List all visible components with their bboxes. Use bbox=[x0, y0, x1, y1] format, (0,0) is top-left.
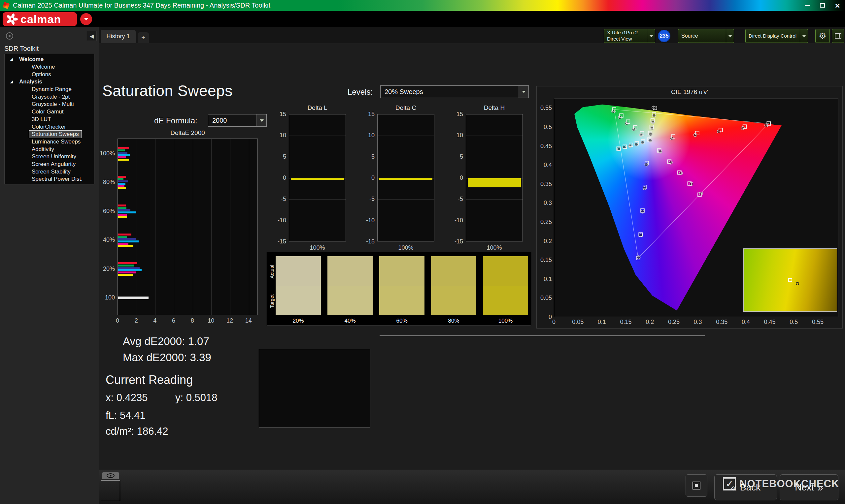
back-label: Back bbox=[740, 482, 760, 493]
chevron-down-icon bbox=[84, 18, 88, 20]
maximize-icon bbox=[820, 3, 825, 7]
minimize-button[interactable] bbox=[799, 0, 815, 11]
next-label: Next bbox=[795, 482, 814, 493]
current-patch-swatch[interactable] bbox=[101, 480, 120, 501]
sidebar-item-3d-lut[interactable]: 3D LUT bbox=[5, 116, 94, 123]
layout-panel-button[interactable] bbox=[832, 29, 844, 43]
sidebar-item-label: Screen Angularity bbox=[29, 161, 78, 168]
sidebar-item-spectral-power-dist[interactable]: Spectral Power Dist. bbox=[5, 176, 94, 183]
x-tick-label: 10 bbox=[206, 317, 216, 324]
deltae2000-plot bbox=[118, 139, 258, 315]
bar bbox=[118, 176, 126, 178]
sidebar-item-grayscale-2pt[interactable]: Grayscale - 2pt bbox=[5, 93, 94, 101]
sidebar-item-label: Color Gamut bbox=[29, 108, 66, 115]
sidebar-item-color-gamut[interactable]: Color Gamut bbox=[5, 108, 94, 116]
de-formula-label: dE Formula: bbox=[154, 116, 197, 125]
meter-count-badge: 235 bbox=[658, 30, 670, 42]
cie-point-measured bbox=[652, 106, 655, 109]
preview-eye-button[interactable] bbox=[102, 472, 119, 479]
add-tab-button[interactable]: + bbox=[138, 32, 149, 43]
sidebar-item-luminance-sweeps[interactable]: Luminance Sweeps bbox=[5, 138, 94, 146]
bar bbox=[118, 245, 133, 247]
levels-dropdown[interactable]: 20% Sweeps bbox=[380, 86, 529, 98]
sidebar-item-saturation-sweeps[interactable]: Saturation Sweeps bbox=[5, 131, 94, 138]
meter-label: X-Rite i1Pro 2 Direct View bbox=[604, 30, 647, 42]
bar bbox=[118, 267, 140, 269]
sidebar-item-label: Welcome bbox=[19, 56, 43, 63]
sidebar-item-dynamic-range[interactable]: Dynamic Range bbox=[5, 86, 94, 93]
page-title: Saturation Sweeps bbox=[102, 82, 233, 100]
minimize-icon bbox=[805, 5, 810, 6]
de-formula-value: 2000 bbox=[208, 117, 257, 124]
sidebar-item-label: Analysis bbox=[19, 78, 42, 85]
expander-icon[interactable]: ◢ bbox=[10, 80, 13, 84]
sidebar-item-colorchecker[interactable]: ColorChecker bbox=[5, 123, 94, 131]
sidebar-item-label: Screen Uniformity bbox=[29, 153, 79, 160]
pattern-window-button[interactable] bbox=[686, 474, 707, 497]
window-controls: × bbox=[799, 0, 845, 11]
current-fl: fL: 54.41 bbox=[106, 410, 145, 421]
chart-title: Delta C bbox=[377, 104, 434, 111]
maximize-button[interactable] bbox=[815, 0, 830, 11]
expander-icon[interactable]: ◢ bbox=[10, 57, 13, 61]
y-tick-label: -15 bbox=[269, 238, 286, 245]
gridline bbox=[377, 199, 434, 200]
gridline bbox=[466, 157, 523, 157]
y-tick-label: 5 bbox=[269, 153, 286, 160]
sidebar-item-screen-uniformity[interactable]: Screen Uniformity bbox=[5, 153, 94, 161]
target-icon[interactable] bbox=[6, 32, 13, 40]
sidebar-item-label: Welcome bbox=[29, 63, 58, 71]
bar bbox=[118, 236, 127, 238]
tab-history-1[interactable]: History 1 bbox=[101, 30, 136, 43]
y-tick-label: 100 bbox=[96, 294, 115, 301]
bar bbox=[118, 154, 130, 156]
settings-button[interactable]: ⚙ bbox=[815, 29, 830, 43]
chart-title: Delta L bbox=[289, 104, 346, 111]
y-tick-label: 40% bbox=[96, 236, 115, 244]
close-button[interactable]: × bbox=[830, 0, 845, 11]
swatch-target-80 bbox=[431, 286, 476, 315]
sidebar-item-label: Saturation Sweeps bbox=[29, 131, 82, 138]
sidebar-item-label: Luminance Sweeps bbox=[29, 138, 83, 145]
sidebar-item-additivity[interactable]: Additivity bbox=[5, 145, 94, 153]
sidebar-item-grayscale-multi[interactable]: Grayscale - Multi bbox=[5, 101, 94, 108]
back-button[interactable]: « Back bbox=[714, 474, 777, 500]
sidebar-item-screen-stability[interactable]: Screen Stability bbox=[5, 168, 94, 176]
sidebar-item-label: Additivity bbox=[29, 146, 57, 153]
y-tick-label: 15 bbox=[446, 110, 463, 118]
y-tick-label: -15 bbox=[357, 238, 375, 245]
display-control-dropdown[interactable]: Direct Display Control bbox=[745, 29, 808, 43]
x-tick-label: 14 bbox=[244, 317, 253, 324]
collapse-sidebar-button[interactable]: ◀ bbox=[87, 31, 97, 41]
sidebar-item-welcome[interactable]: Welcome bbox=[5, 63, 94, 71]
bar bbox=[118, 204, 126, 206]
y-tick-label: 100% bbox=[96, 150, 115, 157]
source-dropdown[interactable]: Source bbox=[678, 29, 734, 43]
x-tick-label: 0.45 bbox=[761, 318, 778, 326]
sidebar-item-screen-angularity[interactable]: Screen Angularity bbox=[5, 161, 94, 168]
x-tick-label: 0.05 bbox=[569, 318, 586, 326]
next-button[interactable]: Next » bbox=[780, 474, 839, 500]
brand-menu-button[interactable] bbox=[80, 13, 92, 25]
swatch-level-label: 80% bbox=[431, 315, 476, 326]
bar bbox=[118, 240, 139, 242]
sidebar-item-analysis[interactable]: ◢Analysis bbox=[5, 78, 94, 86]
sidebar-item-options[interactable]: Options bbox=[5, 71, 94, 78]
x-tick-label: 0.55 bbox=[809, 318, 826, 326]
deltae2000-chart: DeltaE 2000 02468101214100%80%60%40%20%1… bbox=[96, 129, 267, 334]
de-formula-dropdown[interactable]: 2000 bbox=[208, 114, 267, 127]
gridline bbox=[289, 157, 346, 157]
bar bbox=[118, 209, 130, 211]
y-tick-label: 0 bbox=[269, 174, 286, 181]
cie-zoom-inset bbox=[743, 248, 837, 312]
bar bbox=[118, 207, 126, 209]
sidebar-item-welcome[interactable]: ◢Welcome bbox=[5, 56, 94, 63]
pattern-bar: « Back Next » ✓ NOTEBOOKCHECK bbox=[99, 470, 845, 504]
source-label: Source bbox=[678, 33, 726, 39]
sidebar-title: SDR Toolkit bbox=[4, 45, 39, 52]
bar bbox=[118, 243, 128, 245]
cie-point-measured bbox=[649, 139, 652, 142]
x-tick-label: 0.5 bbox=[785, 318, 803, 326]
gridline bbox=[230, 139, 230, 315]
meter-dropdown[interactable]: X-Rite i1Pro 2 Direct View bbox=[604, 29, 655, 43]
